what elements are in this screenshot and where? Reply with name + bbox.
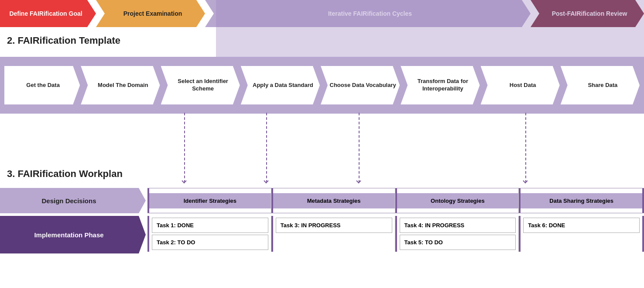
dashed-line-4 xyxy=(525,113,526,183)
col-metadata: Metadata Strategies xyxy=(271,188,395,213)
impl-col-metadata: Task 3: IN PROGRESS xyxy=(271,216,395,252)
step-host: Host Data xyxy=(481,66,560,104)
dashed-line-1 xyxy=(184,113,185,183)
chevron-banner: Get the Data Model The Domain Select an … xyxy=(0,57,644,114)
step-identifier: Select an Identifier Scheme xyxy=(161,66,240,104)
col-metadata-header: Metadata Strategies xyxy=(273,193,395,208)
arrow-1 xyxy=(182,178,186,183)
phase-post-label: Post-FAIRification Review xyxy=(552,10,627,17)
step-vocabulary: Choose Data Vocabulary xyxy=(321,66,400,104)
template-title: 2. FAIRification Template xyxy=(7,35,120,46)
arrow-2 xyxy=(264,178,268,183)
col-ontology: Ontology Strategies xyxy=(395,188,519,213)
task-6: Task 6: DONE xyxy=(523,218,640,233)
dashed-line-2 xyxy=(266,113,267,183)
phase-define-label: Define FAIRification Goal xyxy=(9,10,82,17)
phase-project: Project Examination xyxy=(96,0,205,27)
implementation-row: Implementation Phase Task 1: DONE Task 2… xyxy=(0,216,644,253)
phase-define: Define FAIRification Goal xyxy=(0,0,96,27)
col-ontology-header: Ontology Strategies xyxy=(397,193,519,208)
task-2: Task 2: TO DO xyxy=(152,235,268,250)
implementation-label: Implementation Phase xyxy=(0,216,146,253)
task-1: Task 1: DONE xyxy=(152,218,268,233)
step-data-standard: Apply a Data Standard xyxy=(241,66,320,104)
col-sharing-header: Data Sharing Strategies xyxy=(521,193,642,208)
task-5: Task 5: TO DO xyxy=(400,235,516,250)
phase-banner: Define FAIRification Goal Project Examin… xyxy=(0,0,644,27)
col-identifier: Identifier Strategies xyxy=(147,188,271,213)
impl-col-ontology: Task 4: IN PROGRESS Task 5: TO DO xyxy=(395,216,519,252)
chevron-container: Get the Data Model The Domain Select an … xyxy=(4,61,640,109)
workplan-area: Design Decisions Identifier Strategies M… xyxy=(0,188,644,288)
dashed-line-3 xyxy=(359,113,360,183)
task-4: Task 4: IN PROGRESS xyxy=(400,218,516,233)
design-columns: Identifier Strategies Metadata Strategie… xyxy=(147,188,644,213)
phase-project-label: Project Examination xyxy=(123,10,182,17)
design-decisions-label: Design Decisions xyxy=(0,188,146,213)
col-sharing: Data Sharing Strategies xyxy=(519,188,644,213)
design-decisions-row: Design Decisions Identifier Strategies M… xyxy=(0,188,644,213)
step-transform: Transform Data for Interoperability xyxy=(401,66,480,104)
arrow-3 xyxy=(356,178,361,183)
impl-columns: Task 1: DONE Task 2: TO DO Task 3: IN PR… xyxy=(147,216,644,252)
task-3: Task 3: IN PROGRESS xyxy=(276,218,392,233)
step-model-domain: Model The Domain xyxy=(81,66,160,104)
phase-iterative-label: Iterative FAIRification Cycles xyxy=(328,10,412,17)
arrow-4 xyxy=(523,178,528,183)
phase-post: Post-FAIRification Review xyxy=(531,0,644,27)
phase-iterative: Iterative FAIRification Cycles xyxy=(205,0,531,27)
step-share: Share Data xyxy=(561,66,640,104)
step-get-data: Get the Data xyxy=(4,66,80,104)
col-identifier-header: Identifier Strategies xyxy=(149,193,271,208)
workplan-title: 3. FAIRification Workplan xyxy=(7,168,123,180)
impl-col-sharing: Task 6: DONE xyxy=(519,216,644,252)
impl-col-identifier: Task 1: DONE Task 2: TO DO xyxy=(147,216,271,252)
